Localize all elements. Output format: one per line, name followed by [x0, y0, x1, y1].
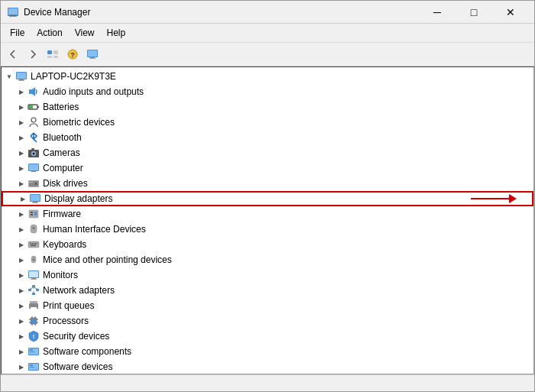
maximize-button[interactable]: □ — [456, 1, 491, 24]
expand-biometric[interactable] — [15, 116, 28, 128]
tree-item-keyboards[interactable]: Keyboards — [2, 237, 533, 252]
keyboard-icon — [28, 238, 40, 251]
firmware-icon — [28, 208, 40, 220]
software-components-label: Software components — [43, 346, 131, 357]
expand-security[interactable] — [15, 330, 28, 342]
svg-rect-55 — [29, 271, 38, 277]
tree-item-security[interactable]: ! Security devices — [2, 329, 533, 344]
security-label: Security devices — [43, 331, 109, 342]
tree-item-biometric[interactable]: Biometric devices — [2, 115, 533, 130]
tree-item-print[interactable]: Print queues — [2, 298, 533, 313]
expand-bluetooth[interactable] — [15, 131, 28, 144]
forward-button[interactable] — [24, 45, 42, 63]
audio-icon — [28, 86, 40, 98]
svg-rect-2 — [10, 15, 16, 16]
status-bar — [1, 374, 534, 391]
tree-item-software-devices[interactable]: Software devices — [2, 359, 533, 374]
monitor-item-icon — [28, 269, 40, 281]
tree-item-computer[interactable]: Computer — [2, 160, 533, 176]
computer-item-icon — [28, 162, 40, 174]
svg-point-53 — [33, 259, 34, 261]
svg-rect-36 — [33, 202, 37, 202]
processor-icon — [28, 315, 40, 327]
svg-rect-48 — [34, 243, 36, 245]
network-label: Network adapters — [43, 285, 115, 296]
tree-root[interactable]: LAPTOP-UC2K9T3E — [2, 69, 533, 84]
tree-item-network[interactable]: Network adapters — [2, 283, 533, 298]
svg-rect-46 — [30, 243, 31, 245]
tree-item-firmware[interactable]: Firmware — [2, 206, 533, 222]
svg-rect-29 — [31, 171, 36, 172]
tree-item-cameras[interactable]: Cameras — [2, 145, 533, 160]
software-devices-label: Software devices — [43, 361, 112, 372]
title-bar: Device Manager ─ □ ✕ — [1, 1, 534, 24]
expand-software-devices[interactable] — [15, 361, 28, 373]
svg-point-25 — [33, 153, 35, 155]
tree-item-batteries[interactable]: Batteries — [2, 99, 533, 115]
window-icon — [7, 6, 19, 18]
menu-action[interactable]: Action — [31, 25, 68, 40]
expand-processors[interactable] — [15, 315, 28, 327]
expand-mice[interactable] — [15, 254, 28, 266]
expand-display[interactable] — [17, 193, 29, 205]
tree-view[interactable]: LAPTOP-UC2K9T3E Audio inputs and outputs — [1, 66, 534, 374]
firmware-label: Firmware — [43, 209, 81, 219]
expand-network[interactable] — [15, 284, 28, 296]
svg-rect-59 — [28, 289, 31, 291]
expand-hid[interactable] — [15, 223, 28, 235]
monitor-button[interactable] — [83, 45, 102, 63]
menu-file[interactable]: File — [4, 25, 31, 40]
menu-bar: File Action View Help — [1, 24, 534, 43]
expand-software-components[interactable] — [15, 345, 28, 358]
expand-computer[interactable] — [15, 162, 28, 174]
expand-firmware[interactable] — [15, 208, 28, 220]
tree-item-hid[interactable]: Human Interface Devices — [2, 222, 533, 237]
menu-help[interactable]: Help — [101, 25, 132, 40]
close-button[interactable]: ✕ — [493, 1, 528, 24]
back-button[interactable] — [4, 45, 22, 63]
svg-rect-60 — [36, 289, 39, 291]
svg-rect-87 — [30, 364, 33, 366]
tree-item-mice[interactable]: Mice and other pointing devices — [2, 252, 533, 267]
tree-item-bluetooth[interactable]: Bluetooth — [2, 130, 533, 145]
tree-item-processors[interactable]: Processors — [2, 313, 533, 329]
expand-batteries[interactable] — [15, 101, 28, 113]
svg-rect-56 — [31, 278, 36, 279]
hid-icon — [28, 223, 40, 235]
svg-rect-45 — [28, 241, 39, 248]
expand-disk[interactable] — [15, 177, 28, 190]
arrow-annotation — [471, 194, 517, 203]
computer-label: Computer — [43, 163, 83, 173]
svg-rect-38 — [29, 210, 38, 218]
software-components-icon — [28, 345, 40, 358]
help-button[interactable]: ? — [63, 45, 82, 63]
svg-rect-15 — [17, 73, 26, 79]
svg-rect-17 — [18, 80, 24, 81]
expand-keyboards[interactable] — [15, 238, 28, 251]
svg-rect-37 — [32, 202, 38, 203]
tree-item-disk[interactable]: Disk drives — [2, 176, 533, 191]
expand-cameras[interactable] — [15, 147, 28, 159]
svg-rect-83 — [30, 349, 33, 351]
tree-item-display[interactable]: Display adapters — [2, 191, 533, 206]
svg-rect-3 — [9, 16, 17, 17]
expand-monitors[interactable] — [15, 269, 28, 281]
tree-item-audio[interactable]: Audio inputs and outputs — [2, 84, 533, 99]
expand-audio[interactable] — [15, 86, 28, 98]
display-label: Display adapters — [44, 193, 112, 204]
menu-view[interactable]: View — [69, 25, 101, 40]
tree-item-monitors[interactable]: Monitors — [2, 267, 533, 283]
svg-rect-84 — [30, 352, 34, 352]
minimize-button[interactable]: ─ — [420, 1, 455, 24]
expand-print[interactable] — [15, 300, 28, 312]
expand-root[interactable] — [3, 70, 15, 83]
svg-point-32 — [34, 183, 37, 186]
show-hidden-button[interactable] — [44, 45, 62, 63]
svg-line-63 — [30, 287, 34, 289]
svg-rect-88 — [30, 367, 34, 368]
svg-rect-13 — [89, 58, 96, 59]
svg-rect-1 — [8, 8, 18, 15]
bluetooth-label: Bluetooth — [43, 132, 82, 143]
keyboards-label: Keyboards — [43, 239, 86, 250]
tree-item-software-components[interactable]: Software components — [2, 344, 533, 359]
